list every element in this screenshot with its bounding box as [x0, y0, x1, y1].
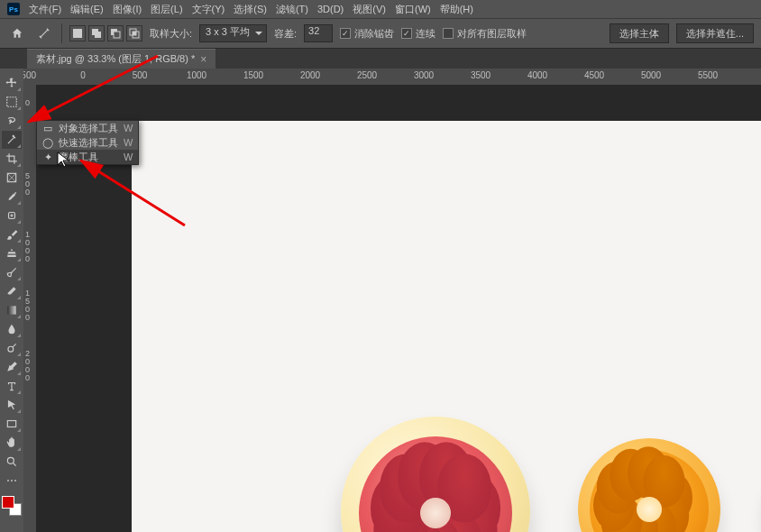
select-and-mask-button[interactable]: 选择并遮住...	[676, 23, 754, 43]
path-select-tool[interactable]	[2, 396, 22, 414]
menu-help[interactable]: 帮助(H)	[440, 3, 473, 16]
tools-panel: ⋯	[0, 69, 23, 532]
eraser-tool[interactable]	[2, 282, 22, 300]
selection-mode-group	[69, 25, 142, 41]
antialias-label: 消除锯齿	[354, 27, 394, 41]
brush-tool[interactable]	[2, 225, 22, 243]
frame-tool[interactable]	[2, 169, 22, 187]
svg-rect-11	[7, 306, 15, 314]
sample-size-select[interactable]: 3 x 3 平均	[199, 24, 267, 42]
pen-tool[interactable]	[2, 358, 22, 376]
ruler-horizontal: -500050010001500200025003000350040004500…	[23, 69, 761, 85]
foreground-color[interactable]	[2, 496, 14, 509]
options-bar: 取样大小: 3 x 3 平均 容差: 32 消除锯齿 连续 对所有图层取样 选择…	[0, 18, 761, 49]
all-layers-label: 对所有图层取样	[457, 27, 527, 41]
lasso-tool[interactable]	[2, 112, 22, 130]
document-tab[interactable]: 素材.jpg @ 33.3% (图层 1, RGB/8) * ×	[27, 49, 215, 69]
tool-preset-picker[interactable]	[34, 23, 54, 43]
menu-layer[interactable]: 图层(L)	[151, 3, 182, 16]
crop-tool[interactable]	[2, 150, 22, 168]
flyout-shortcut: W	[124, 123, 133, 133]
menu-file[interactable]: 文件(F)	[29, 3, 61, 16]
all-layers-checkbox[interactable]	[443, 28, 454, 39]
sample-size-label: 取样大小:	[150, 27, 192, 41]
chevron-down-icon	[255, 32, 262, 35]
flyout-shortcut: W	[124, 137, 133, 148]
edit-toolbar-button[interactable]: ⋯	[2, 472, 22, 490]
antialias-checkbox[interactable]	[340, 28, 351, 39]
quick-select-icon: ◯	[42, 137, 53, 148]
gradient-tool[interactable]	[2, 301, 22, 319]
menu-filter[interactable]: 滤镜(T)	[276, 3, 308, 16]
svg-rect-8	[7, 97, 17, 107]
document-canvas[interactable]	[132, 121, 761, 532]
zoom-tool[interactable]	[2, 453, 22, 471]
new-selection-button[interactable]	[69, 25, 86, 41]
ruler-vertical: 05 0 01 0 0 01 5 0 02 0 0 0	[23, 85, 36, 532]
svg-rect-0	[73, 29, 82, 38]
close-icon[interactable]: ×	[200, 53, 206, 66]
svg-rect-4	[114, 32, 120, 38]
blur-tool[interactable]	[2, 320, 22, 338]
wand-tool[interactable]	[2, 131, 22, 149]
move-tool[interactable]	[2, 74, 22, 92]
menu-select[interactable]: 选择(S)	[234, 3, 267, 16]
svg-rect-2	[95, 32, 101, 38]
dodge-tool[interactable]	[2, 339, 22, 357]
magic-wand-icon: ✦	[42, 151, 53, 162]
wand-tool-flyout: ▭ 对象选择工具 W ◯ 快速选择工具 W ✦ 魔棒工具 W	[36, 120, 139, 165]
svg-point-12	[8, 346, 14, 352]
home-icon	[11, 27, 23, 40]
hand-tool[interactable]	[2, 434, 22, 452]
flyout-item-label: 对象选择工具	[59, 122, 118, 135]
document-tab-bar: 素材.jpg @ 33.3% (图层 1, RGB/8) * ×	[0, 49, 761, 69]
wand-icon	[38, 27, 50, 40]
flyout-quick-select-tool[interactable]: ◯ 快速选择工具 W	[37, 135, 138, 150]
menu-window[interactable]: 窗口(W)	[395, 3, 431, 16]
intersect-selection-button[interactable]	[126, 25, 142, 41]
home-button[interactable]	[7, 23, 27, 43]
clone-stamp-tool[interactable]	[2, 244, 22, 262]
menu-3d[interactable]: 3D(D)	[317, 4, 344, 14]
subtract-selection-button[interactable]	[107, 25, 124, 41]
contiguous-label: 连续	[416, 27, 436, 41]
menu-view[interactable]: 视图(V)	[353, 3, 386, 16]
object-select-icon: ▭	[42, 123, 53, 133]
menu-edit[interactable]: 编辑(E)	[70, 3, 104, 16]
flyout-object-select-tool[interactable]: ▭ 对象选择工具 W	[37, 121, 138, 135]
history-brush-tool[interactable]	[2, 263, 22, 281]
menu-bar: Ps 文件(F) 编辑(E) 图像(I) 图层(L) 文字(Y) 选择(S) 滤…	[0, 0, 761, 18]
marquee-tool[interactable]	[2, 93, 22, 111]
menu-image[interactable]: 图像(I)	[113, 3, 142, 16]
grapefruit-center	[420, 498, 451, 528]
spot-heal-tool[interactable]	[2, 206, 22, 225]
type-tool[interactable]	[2, 377, 22, 395]
color-swatches[interactable]	[2, 496, 22, 516]
orange-center	[637, 497, 662, 522]
svg-point-14	[7, 457, 14, 463]
svg-rect-13	[7, 421, 15, 427]
add-selection-button[interactable]	[88, 25, 105, 41]
app-logo: Ps	[7, 3, 20, 15]
rectangle-tool[interactable]	[2, 415, 22, 433]
svg-rect-7	[133, 32, 136, 35]
menu-type[interactable]: 文字(Y)	[192, 3, 225, 16]
tolerance-input[interactable]: 32	[304, 24, 333, 42]
flyout-item-label: 快速选择工具	[59, 136, 118, 150]
tolerance-label: 容差:	[274, 27, 297, 41]
eyedropper-tool[interactable]	[2, 188, 22, 206]
select-subject-button[interactable]: 选择主体	[610, 23, 669, 43]
contiguous-checkbox[interactable]	[401, 28, 412, 39]
flyout-shortcut: W	[124, 151, 133, 162]
tab-title: 素材.jpg @ 33.3% (图层 1, RGB/8) *	[36, 52, 195, 66]
flyout-magic-wand-tool[interactable]: ✦ 魔棒工具 W	[37, 150, 138, 164]
cursor-icon	[57, 151, 71, 168]
